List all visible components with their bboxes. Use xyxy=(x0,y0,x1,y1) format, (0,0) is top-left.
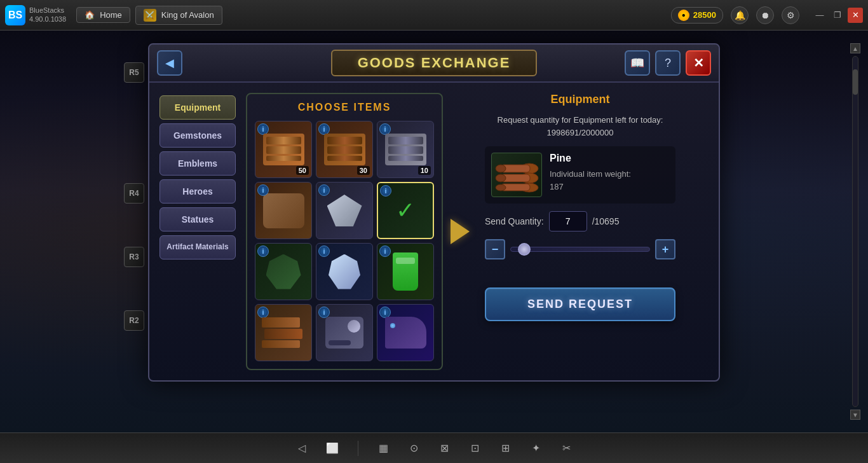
dialog-close-button[interactable]: ✕ xyxy=(686,50,711,76)
items-section: CHOOSE ITEMS i 50 xyxy=(246,93,475,370)
restore-btn[interactable]: ❐ xyxy=(830,8,845,23)
svg-point-5 xyxy=(496,174,506,182)
record-btn[interactable]: ⏺ xyxy=(756,6,774,24)
item-info-icon-6[interactable]: i xyxy=(380,185,391,197)
send-request-button[interactable]: SEND REQUEST xyxy=(485,287,675,321)
rank-r5: R5 xyxy=(124,62,144,83)
item-weight: Individual item weight: 187 xyxy=(550,168,669,193)
items-grid: i 50 i xyxy=(255,121,434,361)
quantity-row: Send Quantity: /10695 xyxy=(485,211,675,232)
close-btn[interactable]: ✕ xyxy=(848,8,863,23)
item-info-icon-8[interactable]: i xyxy=(318,245,330,257)
android-back-btn[interactable]: ◁ xyxy=(292,438,312,459)
item-badge-2: 30 xyxy=(357,166,370,175)
item-detail-text: Pine Individual item weight: 187 xyxy=(550,153,669,193)
item-slot-12[interactable]: i xyxy=(377,304,434,361)
decrease-button[interactable]: − xyxy=(485,239,505,259)
items-panel: CHOOSE ITEMS i 50 xyxy=(246,93,443,370)
svg-point-8 xyxy=(496,184,506,191)
item-slot-8[interactable]: i xyxy=(316,243,373,300)
help-button[interactable]: ? xyxy=(655,50,681,76)
dialog-title-frame: GOODS EXCHANGE xyxy=(331,50,538,76)
sidebar-item-heroes[interactable]: Heroes xyxy=(159,179,236,204)
increase-button[interactable]: + xyxy=(655,239,675,259)
svg-point-2 xyxy=(496,165,506,172)
fullscreen-btn[interactable]: ⊠ xyxy=(435,438,455,459)
item-slot-7[interactable]: i xyxy=(255,243,312,300)
sidebar-item-statues[interactable]: Statues xyxy=(159,207,236,232)
info-panel: Equipment Request quantity for Equipment… xyxy=(485,93,675,370)
scroll-thumb[interactable] xyxy=(853,69,858,95)
goods-exchange-dialog: ◀ GOODS EXCHANGE GOODS EXCHANGE 📖 ? ✕ Eq… xyxy=(148,43,720,382)
item-slot-4[interactable]: i xyxy=(255,182,312,239)
arrow-shape xyxy=(451,219,470,244)
app-logo: BS BlueStacks 4.90.0.1038 xyxy=(5,5,66,25)
item-info-icon-9[interactable]: i xyxy=(379,245,391,257)
item-info-icon-5[interactable]: i xyxy=(318,184,330,196)
quantity-input[interactable] xyxy=(549,211,587,232)
media-btn[interactable]: ⊡ xyxy=(465,438,485,459)
side-scrollbar: ▲ ▼ xyxy=(850,43,860,420)
item-info-icon-10[interactable]: i xyxy=(257,307,269,318)
rank-r4: R4 xyxy=(124,183,144,204)
slider-thumb[interactable] xyxy=(518,243,531,256)
app-name-version: BlueStacks 4.90.0.1038 xyxy=(29,6,66,23)
item-slot-11[interactable]: i xyxy=(316,304,373,361)
scroll-up[interactable]: ▲ xyxy=(850,43,860,53)
dialog-title: GOODS EXCHANGE xyxy=(358,55,511,71)
scroll-track[interactable] xyxy=(852,56,858,407)
pine-logs-svg xyxy=(494,156,539,194)
view-btn[interactable]: ⊙ xyxy=(404,438,424,459)
coin-amount: 28500 xyxy=(693,10,716,20)
slider-track[interactable] xyxy=(510,247,650,252)
item-slot-1[interactable]: i 50 xyxy=(255,121,312,178)
dialog-top-icons: 📖 ? xyxy=(625,50,681,76)
android-home-btn[interactable]: ⬜ xyxy=(322,438,342,459)
back-button[interactable]: ◀ xyxy=(157,50,182,76)
item-info-icon-4[interactable]: i xyxy=(257,184,269,196)
coin-display: ● 28500 xyxy=(671,7,723,24)
game-tab[interactable]: ⚔️ King of Avalon xyxy=(135,6,222,25)
category-title: Equipment xyxy=(485,93,675,106)
cut-btn[interactable]: ✂ xyxy=(557,438,577,459)
scroll-down[interactable]: ▼ xyxy=(850,410,860,420)
minimize-btn[interactable]: — xyxy=(812,8,827,23)
layout-btn[interactable]: ⊞ xyxy=(496,438,516,459)
slider-row: − + xyxy=(485,239,675,259)
item-badge-1: 50 xyxy=(296,166,309,175)
sidebar-item-equipment[interactable]: Equipment xyxy=(159,95,236,120)
keyboard-btn[interactable]: ▦ xyxy=(374,438,394,459)
book-button[interactable]: 📖 xyxy=(625,50,650,76)
bottom-taskbar: ◁ ⬜ ▦ ⊙ ⊠ ⊡ ⊞ ✦ ✂ xyxy=(0,432,868,463)
divider xyxy=(358,441,358,456)
home-tab[interactable]: 🏠 Home xyxy=(76,7,130,23)
sidebar-item-artifact-materials[interactable]: Artifact Materials xyxy=(159,235,236,259)
notification-btn[interactable]: 🔔 xyxy=(731,6,749,24)
bluestacks-icon: BS xyxy=(5,5,25,25)
item-info-icon-7[interactable]: i xyxy=(257,245,269,257)
item-slot-2[interactable]: i 30 xyxy=(316,121,373,178)
category-sidebar: Equipment Gemstones Emblems Heroes Statu… xyxy=(159,93,236,370)
settings-btn[interactable]: ⚙ xyxy=(782,6,799,24)
item-detail-image xyxy=(491,153,542,197)
item-slot-3[interactable]: i 10 xyxy=(377,121,434,178)
sidebar-item-gemstones[interactable]: Gemstones xyxy=(159,123,236,148)
arrow-button[interactable] xyxy=(445,219,475,244)
location-btn[interactable]: ✦ xyxy=(526,438,546,459)
crystal-item xyxy=(329,254,360,289)
check-item: ✓ xyxy=(390,195,421,226)
item-badge-3: 10 xyxy=(418,166,431,175)
item-slot-10[interactable]: i xyxy=(255,304,312,361)
sidebar-item-emblems[interactable]: Emblems xyxy=(159,151,236,176)
rank-r2: R2 xyxy=(124,310,144,331)
taskbar-right: ● 28500 🔔 ⏺ ⚙ — ❐ ✕ xyxy=(671,6,863,24)
items-panel-title: CHOOSE ITEMS xyxy=(255,102,434,113)
item-slot-9[interactable]: i xyxy=(377,243,434,300)
item-slot-6[interactable]: i ✓ xyxy=(377,182,434,239)
qty-label: Send Quantity: xyxy=(485,216,544,226)
item-slot-5[interactable]: i xyxy=(316,182,373,239)
diamond-item xyxy=(327,195,362,226)
game-tab-icon: ⚔️ xyxy=(144,9,156,22)
window-controls: — ❐ ✕ xyxy=(812,8,863,23)
info-description: Request quantity for Equipment left for … xyxy=(485,114,675,139)
